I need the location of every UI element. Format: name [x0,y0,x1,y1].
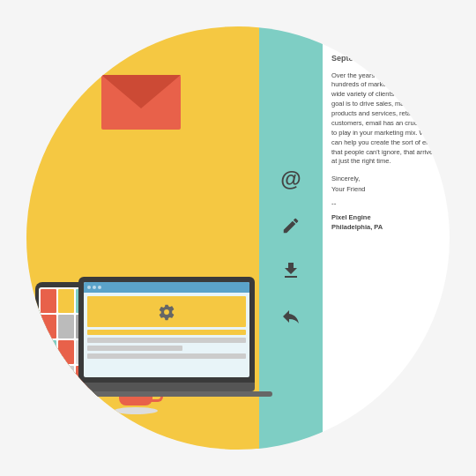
letter-city: Philadelphia, PA [331,222,439,232]
middle-section: @ [259,26,323,450]
saucer [114,407,158,414]
letter-body: Over the years we've created hundreds of… [331,71,439,167]
main-circle: @ September Over the years we've created… [26,26,450,450]
download-icon-item [280,260,301,281]
at-icon: @ [280,167,301,191]
laptop-device [78,277,255,397]
download-icon [280,260,301,281]
right-section: September Over the years we've created h… [323,26,450,450]
letter-sincerely: Sincerely, [331,174,439,184]
left-section [26,26,259,450]
letter-dash: -- [331,198,439,208]
devices-group [35,277,255,397]
pencil-icon-item [281,216,301,235]
pencil-icon [281,216,301,235]
envelope-icon [101,75,181,130]
at-icon-item: @ [280,167,301,191]
reply-icon-item [280,306,301,327]
gear-icon [158,303,175,321]
letter-date: September [331,53,439,64]
letter-friend: Your Friend [331,184,439,195]
reply-icon [280,306,301,327]
letter-company: Pixel Engine [331,212,439,222]
